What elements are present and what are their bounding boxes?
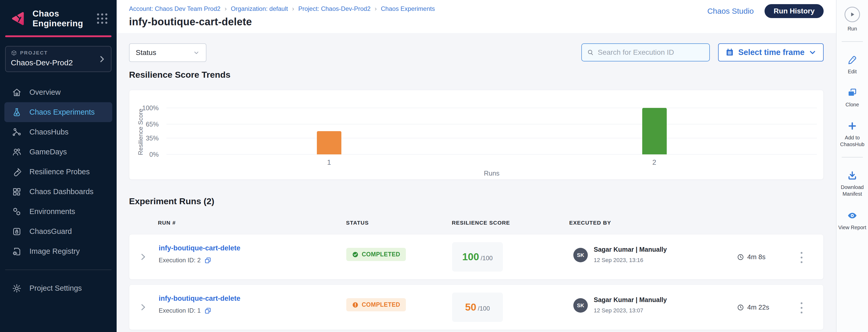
row-menu-kebab-icon[interactable] (799, 301, 804, 315)
chart-ytick-label: 100% (142, 104, 159, 112)
column-run-number: RUN # (158, 220, 176, 226)
copy-icon[interactable] (204, 257, 211, 264)
flask-icon (12, 108, 22, 117)
lock-shield-icon (12, 227, 22, 237)
add-to-chaoshub-label: Add to ChaosHub (837, 134, 867, 148)
breadcrumb-chaos-experiments[interactable]: Chaos Experiments (381, 5, 435, 12)
expand-chevron-icon[interactable] (138, 252, 147, 261)
chart-xtick-label: 2 (652, 158, 656, 167)
chart-ytick-label: 0% (149, 151, 159, 158)
download-manifest-label: Download Manifest (837, 184, 867, 197)
status-text: COMPLETED (362, 251, 400, 258)
chaos-studio-link[interactable]: Chaos Studio (707, 7, 754, 16)
row-menu-kebab-icon[interactable] (799, 250, 804, 265)
sidebar-item-label: Environments (29, 207, 75, 216)
status-filter-dropdown[interactable]: Status (129, 43, 207, 62)
sidebar-item-resilience-probes[interactable]: Resilience Probes (4, 162, 112, 182)
chevron-down-icon (193, 49, 200, 56)
runs-table-header: RUN # STATUS RESILIENCE SCORE EXECUTED B… (129, 220, 824, 228)
sidebar-item-chaos-dashboards[interactable]: Chaos Dashboards (4, 182, 112, 202)
search-icon (587, 49, 594, 56)
page-title: infy-boutique-cart-delete (129, 16, 252, 28)
breadcrumb-project[interactable]: Project: Chaos-Dev-Prod2 (298, 5, 371, 12)
sidebar-item-label: ChaosHubs (29, 128, 69, 136)
add-to-chaoshub-action[interactable]: Add to ChaosHub (837, 121, 867, 148)
calendar-icon (725, 48, 734, 57)
sidebar-item-label: Chaos Experiments (29, 108, 95, 116)
run-name-link[interactable]: infy-boutique-cart-delete (159, 244, 241, 252)
resilience-score-chart: Resilience Score 0%35%65%100% Runs 12 (129, 90, 824, 180)
dashboards-icon (12, 187, 22, 197)
run-row-execution-2: infy-boutique-cart-delete Execution ID: … (129, 234, 824, 280)
duration-text: 4m 8s (747, 253, 766, 261)
executed-at: 12 Sep 2023, 13:07 (594, 307, 667, 314)
search-input[interactable] (598, 48, 705, 57)
edit-label: Edit (848, 68, 857, 75)
right-action-panel: Run Edit Clone Add to ChaosHub Download … (836, 0, 868, 332)
run-action[interactable]: Run (844, 7, 860, 32)
score-value: 50 (465, 302, 476, 313)
view-report-action[interactable]: View Report (837, 210, 867, 231)
sidebar-item-chaosguard[interactable]: ChaosGuard (4, 221, 112, 241)
sidebar-item-label: GameDays (29, 148, 67, 156)
sidebar-item-project-settings[interactable]: Project Settings (4, 278, 112, 298)
left-sidebar: Chaos Engineering PROJECT Chaos-Dev-Prod… (0, 0, 117, 332)
expand-chevron-icon[interactable] (138, 303, 147, 311)
status-text: COMPLETED (362, 301, 400, 308)
run-history-button[interactable]: Run History (765, 4, 824, 18)
download-icon (847, 171, 858, 181)
run-name-link[interactable]: infy-boutique-cart-delete (159, 295, 241, 303)
app-grid-icon[interactable] (97, 13, 107, 24)
execution-search (581, 43, 710, 61)
sidebar-item-gamedays[interactable]: GameDays (4, 142, 112, 162)
chart-yticks: 0%35%65%100% (129, 108, 162, 154)
column-executed-by: EXECUTED BY (569, 220, 611, 226)
sidebar-item-overview[interactable]: Overview (4, 82, 112, 102)
download-manifest-action[interactable]: Download Manifest (837, 171, 867, 197)
clock-icon (737, 304, 744, 311)
play-icon (849, 11, 856, 18)
sidebar-item-chaos-experiments[interactable]: Chaos Experiments (4, 102, 112, 122)
copy-icon[interactable] (204, 307, 211, 314)
project-label: PROJECT (20, 50, 48, 56)
eye-icon (847, 210, 858, 221)
chart-ytick-label: 35% (146, 134, 159, 142)
time-frame-button[interactable]: Select time frame (718, 43, 824, 61)
sidebar-item-chaoshubs[interactable]: ChaosHubs (4, 122, 112, 142)
breadcrumb-organization[interactable]: Organization: default (231, 5, 288, 12)
execution-id: Execution ID: 1 (159, 307, 201, 314)
main-content: Status Select time frame (117, 33, 836, 332)
resilience-score-chip: 100 /100 (452, 242, 503, 272)
breadcrumb-account[interactable]: Account: Chaos Dev Team Prod2 (129, 5, 220, 12)
breadcrumb-separator: › (375, 5, 377, 12)
sidebar-item-environments[interactable]: Environments (4, 202, 112, 221)
edit-action[interactable]: Edit (847, 55, 858, 75)
clock-icon (737, 253, 744, 261)
panel-divider (842, 41, 863, 42)
status-badge: COMPLETED (346, 298, 406, 311)
sidebar-item-label: Project Settings (29, 284, 82, 293)
column-resilience-score: RESILIENCE SCORE (452, 220, 510, 226)
avatar: SK (574, 248, 588, 262)
run-row-execution-1: infy-boutique-cart-delete Execution ID: … (129, 284, 824, 330)
sidebar-item-label: Chaos Dashboards (29, 187, 93, 196)
resilience-score-chip: 50 /100 (452, 293, 503, 322)
breadcrumb: Account: Chaos Dev Team Prod2 › Organiza… (129, 5, 435, 12)
sidebar-item-image-registry[interactable]: Image Registry (4, 241, 112, 261)
resilience-trends-title: Resilience Score Trends (129, 70, 824, 80)
home-icon (12, 88, 22, 97)
filter-row: Status Select time frame (129, 43, 824, 62)
hexagons-icon (12, 207, 22, 217)
project-selector[interactable]: PROJECT Chaos-Dev-Prod2 (5, 46, 112, 72)
test-tube-icon (12, 167, 22, 177)
column-status: STATUS (346, 220, 369, 226)
bar-run-2[interactable] (642, 108, 667, 154)
avatar: SK (574, 298, 588, 313)
users-icon (12, 147, 22, 157)
bar-run-1[interactable] (317, 131, 341, 154)
panel-divider (842, 157, 863, 157)
chart-xticks: Runs 12 (166, 154, 817, 179)
run-play-button[interactable] (844, 7, 860, 22)
clone-action[interactable]: Clone (845, 88, 859, 108)
sidebar-item-label: Resilience Probes (29, 168, 90, 176)
